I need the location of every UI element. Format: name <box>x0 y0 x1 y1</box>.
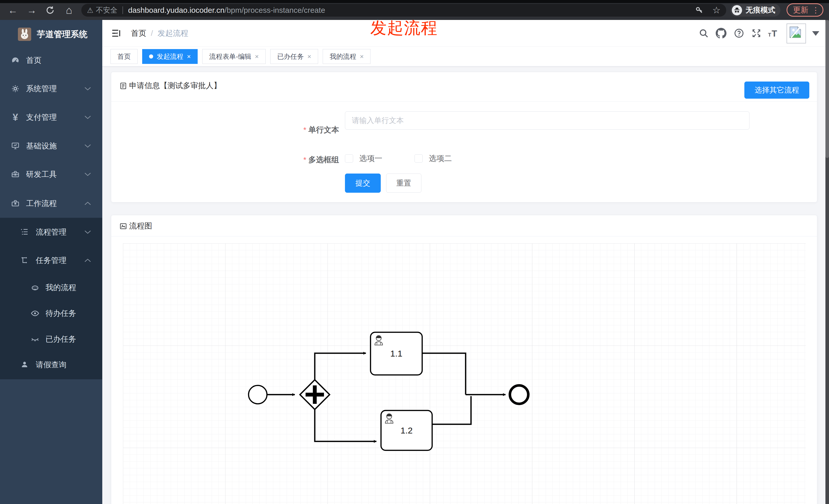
apply-card-header: 申请信息【测试多审批人】 选择其它流程 <box>111 72 817 102</box>
checkbox-group: 选项一 选项二 <box>345 150 478 167</box>
user-icon <box>21 360 29 369</box>
dashboard-icon <box>11 56 20 65</box>
security-label: 不安全 <box>96 5 117 15</box>
reset-button[interactable]: 重置 <box>386 173 422 193</box>
page-content: 申请信息【测试多审批人】 选择其它流程 单行文本 多选框组 选项一 选项二 提 <box>102 67 825 504</box>
sidebar-item-label: 流程管理 <box>36 227 67 237</box>
sidebar-item-label: 研发工具 <box>26 169 57 180</box>
browser-home-button[interactable] <box>62 4 76 16</box>
sidebar-item-done-tasks[interactable]: 已办任务 <box>0 327 102 351</box>
url-host: dashboard.yudao.iocoder.cn <box>128 6 224 14</box>
password-key-icon[interactable] <box>695 5 704 15</box>
gear-icon <box>11 84 20 93</box>
checkbox-group-label: 多选框组 <box>111 155 339 165</box>
sidebar: 芋道管理系统 首页 系统管理 支付管理 基础设施 <box>0 20 102 504</box>
tab-close-icon[interactable] <box>187 53 191 61</box>
flow-branch-icon <box>21 256 29 265</box>
help-icon[interactable] <box>732 26 746 40</box>
checkbox-option-2[interactable] <box>414 154 423 162</box>
url-path: /bpm/process-instance/create <box>224 6 325 14</box>
tab-close-icon[interactable] <box>308 53 311 61</box>
sidebar-item-my-process[interactable]: 我的流程 <box>0 275 102 300</box>
breadcrumb-home[interactable]: 首页 <box>131 28 146 39</box>
tab-home[interactable]: 首页 <box>110 49 138 64</box>
tab-done-tasks[interactable]: 已办任务 <box>270 49 318 64</box>
search-icon[interactable] <box>696 26 711 40</box>
bpmn-end-event[interactable] <box>510 385 528 404</box>
diagram-card-title-row: 流程图 <box>119 221 152 231</box>
sidebar-collapse-button[interactable] <box>111 29 121 38</box>
user-avatar[interactable] <box>787 24 806 43</box>
not-secure-warning-icon <box>87 6 96 14</box>
chevron-up-icon <box>84 201 91 205</box>
sidebar-item-label: 首页 <box>26 55 41 66</box>
sidebar-item-infrastructure[interactable]: 基础设施 <box>0 133 102 159</box>
tab-my-process[interactable]: 我的流程 <box>323 49 370 64</box>
browser-back-button[interactable] <box>6 4 20 16</box>
sidebar-item-workflow[interactable]: 工作流程 <box>0 191 102 216</box>
app-logo-row[interactable]: 芋道管理系统 <box>0 25 102 44</box>
sidebar-item-label: 基础设施 <box>26 141 57 151</box>
sidebar-item-payment[interactable]: 支付管理 <box>0 105 102 130</box>
browser-menu-dots-icon[interactable] <box>812 6 820 14</box>
sidebar-item-label: 支付管理 <box>26 112 57 123</box>
sidebar-item-home[interactable]: 首页 <box>0 47 102 73</box>
scrollbar-thumb[interactable] <box>825 20 829 158</box>
breadcrumb-separator: / <box>151 29 153 38</box>
bpmn-parallel-gateway[interactable] <box>300 380 330 410</box>
diagram-card-header: 流程图 <box>111 215 817 236</box>
browser-forward-button[interactable] <box>25 4 38 16</box>
address-bar[interactable]: 不安全 dashboard.yudao.iocoder.cn/bpm/proce… <box>81 4 726 16</box>
sidebar-item-devtools[interactable]: 研发工具 <box>0 161 102 187</box>
select-other-process-button[interactable]: 选择其它流程 <box>744 81 809 99</box>
robot-icon <box>31 283 39 292</box>
app-title: 芋道管理系统 <box>37 29 87 40</box>
tab-close-icon[interactable] <box>360 53 364 61</box>
task-label: 1.1 <box>390 349 402 358</box>
update-label: 更新 <box>793 5 808 15</box>
screen: 不安全 dashboard.yudao.iocoder.cn/bpm/proce… <box>0 0 829 504</box>
svg-text:T: T <box>768 32 771 38</box>
yen-icon <box>11 113 20 122</box>
browser-tab-strip <box>0 0 829 3</box>
bpmn-user-task-1[interactable]: 1.1 <box>370 332 422 375</box>
checkbox-option-1[interactable] <box>345 154 353 162</box>
bpmn-canvas[interactable]: 1.1 1.2 <box>123 243 806 504</box>
sidebar-item-system[interactable]: 系统管理 <box>0 76 102 102</box>
tab-start-process[interactable]: 发起流程 <box>142 49 197 64</box>
tab-close-icon[interactable] <box>255 53 259 61</box>
avatar-caret-down-icon[interactable] <box>812 31 819 36</box>
font-size-icon[interactable]: TT <box>766 26 781 40</box>
sidebar-item-process-mgmt[interactable]: 流程管理 <box>0 220 102 244</box>
single-line-text-input[interactable] <box>345 111 750 129</box>
chevron-down-icon <box>84 115 91 119</box>
top-navbar: 首页 / 发起流程 TT <box>102 20 825 46</box>
bpmn-start-event[interactable] <box>249 385 267 404</box>
task-label: 1.2 <box>400 426 412 435</box>
checkbox-option-2-label[interactable]: 选项二 <box>429 153 452 164</box>
sidebar-item-label: 待办任务 <box>45 308 76 319</box>
fullscreen-icon[interactable] <box>749 26 763 40</box>
tree-list-icon <box>21 228 29 236</box>
tab-label: 流程表单-编辑 <box>209 52 251 61</box>
sidebar-item-leave-query[interactable]: 请假查询 <box>0 352 102 377</box>
tab-label: 发起流程 <box>157 52 183 61</box>
browser-update-button[interactable]: 更新 <box>787 3 823 16</box>
checkbox-option-1-label[interactable]: 选项一 <box>359 153 382 164</box>
sidebar-item-todo-tasks[interactable]: 待办任务 <box>0 301 102 325</box>
bookmark-star-icon[interactable] <box>712 5 721 15</box>
tab-form-edit[interactable]: 流程表单-编辑 <box>202 49 266 64</box>
sidebar-item-task-mgmt[interactable]: 任务管理 <box>0 248 102 273</box>
monitor-icon <box>11 141 20 151</box>
apply-card-title-row: 申请信息【测试多审批人】 <box>119 80 221 91</box>
apply-info-card: 申请信息【测试多审批人】 选择其它流程 单行文本 多选框组 选项一 选项二 提 <box>111 72 817 202</box>
bpmn-diagram: 1.1 1.2 <box>123 243 806 504</box>
bpmn-user-task-2[interactable]: 1.2 <box>381 411 432 450</box>
reload-icon <box>45 6 55 15</box>
sidebar-item-label: 请假查询 <box>36 360 67 370</box>
github-icon[interactable] <box>714 26 728 40</box>
page-scrollbar[interactable] <box>825 20 829 504</box>
submit-button[interactable]: 提交 <box>345 173 381 193</box>
browser-reload-button[interactable] <box>43 4 57 16</box>
home-icon <box>66 4 72 16</box>
